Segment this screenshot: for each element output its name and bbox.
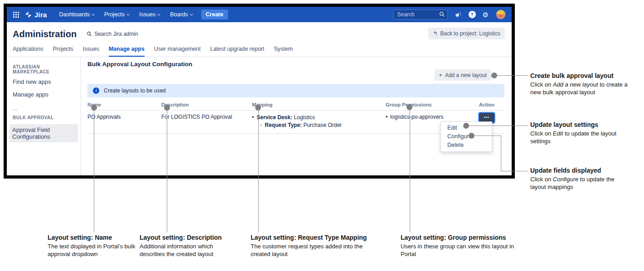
annotation-body: The text displayed in Portal’s bulk appr… [48,242,138,258]
group-permissions-value: logistics-po-approvers [390,114,443,120]
add-button-label: Add a new layout [445,72,487,78]
annotation-setting-mapping: Layout setting: Request Type Mapping The… [251,234,380,258]
connector-line-group [410,110,410,232]
nav-boards[interactable]: Boards [170,11,193,18]
service-desk-value: Logistics [294,114,315,121]
annotation-title: Layout setting: Request Type Mapping [251,234,380,242]
info-banner-text: Create layouts to be used [104,87,166,94]
annotation-update-settings: Update layout settings Click on Edit to … [530,121,628,145]
annotation-title: Layout setting: Description [140,234,232,242]
admin-tabs: Applications Projects Issues Manage apps… [7,46,512,57]
menu-item-configure[interactable]: Configure [441,132,492,141]
admin-search-label: Search Jira admin [94,31,138,37]
annotation-body: The customer request types added into th… [251,242,380,258]
search-icon [439,11,445,17]
cell-name: PO Approvals [87,114,161,129]
mapping-request-type: ◦Request Type: Purchase Order [252,121,386,129]
annotation-body: Click on Add a new layout to create a ne… [530,81,628,96]
sidebar-ellipsis: ... [13,105,78,111]
cell-mapping: •Service Desk: Logistics ◦Request Type: … [252,114,386,129]
annotation-body: Click on Edit to update the layout setti… [530,130,628,145]
main-content: Bulk Approval Layout Configuration + Add… [81,57,512,175]
sidebar-item-manage-apps[interactable]: Manage apps [13,91,78,98]
connector-line-name [94,110,94,232]
annotation-dot-configure [469,133,475,139]
announcements-icon[interactable] [455,11,462,18]
bullet-icon: • [252,114,254,121]
sidebar-item-approval-field-configurations[interactable]: Approval Field Configurations [10,124,78,142]
navbar-right: ? ⚙ [393,9,506,20]
sidebar-heading-bulk-approval: BULK APPROVAL [13,115,78,120]
column-header-group-permissions: Group Permissions [386,102,475,107]
navbar-search [393,10,448,19]
screenshot-frame: Jira Dashboards Projects Issues Boards C… [4,4,515,179]
sub-bullet-icon: ◦ [260,122,262,128]
service-desk-label: Service Desk: [257,114,292,121]
tab-user-management[interactable]: User management [154,46,201,57]
annotation-body: Click on Configure to update the layout … [530,175,625,191]
menu-item-delete[interactable]: Delete [441,141,492,150]
back-button-label: Back to project: Logistics [440,30,500,37]
column-header-name: Name [87,102,161,107]
nav-dashboards[interactable]: Dashboards [59,11,94,18]
tab-manage-apps[interactable]: Manage apps [109,46,145,57]
page: Jira Dashboards Projects Issues Boards C… [0,0,644,271]
nav-projects-label: Projects [104,11,125,18]
nav-projects[interactable]: Projects [104,11,129,18]
annotation-setting-group: Layout setting: Group permissions Users … [401,234,514,258]
jira-logo[interactable]: Jira [24,11,47,19]
admin-search[interactable]: Search Jira admin [87,31,138,37]
sidebar-item-find-new-apps[interactable]: Find new apps [13,78,78,85]
info-icon: i [93,87,99,94]
tab-system[interactable]: System [274,46,293,57]
chevron-down-icon [92,12,95,15]
jira-mark-icon [24,11,32,19]
user-avatar[interactable] [495,9,506,20]
mapping-service-desk: •Service Desk: Logistics [252,114,386,121]
chevron-down-icon [190,12,193,15]
annotation-body: Additional information which describes t… [140,242,232,258]
connector-line-edit [469,126,528,126]
bullet-icon: • [386,114,387,120]
back-to-project-button[interactable]: ↰ Back to project: Logistics [428,28,505,39]
connector-line-mapping [258,110,259,232]
annotation-title: Update fields displayed [530,167,625,174]
connector-line-add-layout [497,75,528,76]
column-header-action: Action [475,102,504,107]
tab-projects[interactable]: Projects [53,46,73,57]
annotation-body: Users in these group can view this layou… [401,242,514,258]
annotation-setting-description: Layout setting: Description Additional i… [140,234,232,258]
nav-boards-label: Boards [170,11,188,18]
annotation-dot-name [91,105,97,111]
chevron-down-icon [157,12,160,15]
help-icon[interactable]: ? [469,11,476,18]
annotation-dot-group [407,104,412,110]
request-type-value: Purchase Order [303,122,342,128]
top-navbar: Jira Dashboards Projects Issues Boards C… [7,7,512,22]
column-header-mapping: Mapping [252,102,386,107]
settings-gear-icon[interactable]: ⚙ [483,11,489,18]
chevron-down-icon [126,12,130,15]
annotation-dot-mapping [255,105,261,111]
request-type-label: Request Type: [265,122,302,128]
create-button[interactable]: Create [201,10,228,19]
add-new-layout-button[interactable]: + Add a new layout [434,69,491,81]
annotation-title: Create bulk approval layout [530,72,628,80]
column-header-description: Description [161,102,252,107]
plus-icon: + [439,72,442,78]
tab-latest-upgrade-report[interactable]: Latest upgrade report [210,46,265,57]
annotation-dot-edit [463,123,469,129]
annotation-setting-name: Layout setting: Name The text displayed … [48,234,138,258]
annotation-update-fields: Update fields displayed Click on Configu… [530,167,625,191]
tab-issues[interactable]: Issues [83,46,99,57]
brand-name: Jira [34,11,47,19]
connector-line-configure-h1 [474,136,501,136]
annotation-dot-description [164,105,170,111]
app-switcher-icon[interactable] [13,12,19,18]
annotation-title: Layout setting: Group permissions [401,234,514,242]
tab-applications[interactable]: Applications [13,46,43,57]
nav-issues[interactable]: Issues [139,11,160,18]
connector-line-configure-v [501,136,501,171]
back-arrow-icon: ↰ [433,31,437,36]
cell-description: For LOGISTICS PO Approval [161,114,252,129]
